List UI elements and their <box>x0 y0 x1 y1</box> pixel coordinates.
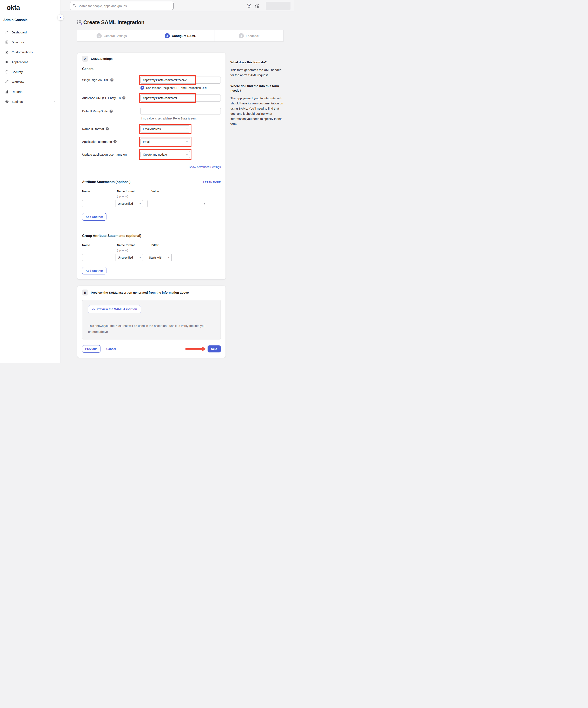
wizard-step-general-settings[interactable]: 1 General Settings <box>77 30 146 41</box>
chevron-down-icon <box>53 60 56 64</box>
attr-name-input[interactable] <box>82 200 116 207</box>
add-another-attr-button[interactable]: Add Another <box>82 213 107 220</box>
help-panel: What does this form do? This form genera… <box>231 60 284 133</box>
okta-logo: okta <box>7 4 57 11</box>
group-attr-heading: Group Attribute Statements (optional) <box>82 234 141 238</box>
sidebar: okta Admin Console Dashboard Directory C… <box>0 0 60 363</box>
page-header: + Create SAML Integration <box>77 19 294 26</box>
name-id-format-select[interactable]: EmailAddress ▾ <box>141 125 190 132</box>
sidebar-item-settings[interactable]: Settings <box>3 96 57 107</box>
attr-statements-heading: Attribute Statements (optional) <box>82 180 130 184</box>
help-tooltip-icon[interactable]: ? <box>122 96 125 99</box>
chevron-down-icon <box>53 100 56 104</box>
chevron-down-icon <box>53 50 56 54</box>
wizard-step-configure-saml[interactable]: 2 Configure SAML <box>146 30 214 41</box>
sidebar-item-applications[interactable]: Applications <box>3 57 57 67</box>
admin-console-title: Admin Console <box>3 18 57 22</box>
topbar: ? <box>60 0 294 12</box>
divider <box>82 174 221 174</box>
learn-more-link[interactable]: LEARN MORE <box>203 181 221 184</box>
sso-url-input[interactable] <box>140 77 221 84</box>
workflow-icon <box>5 80 9 84</box>
help-tooltip-icon[interactable]: ? <box>110 110 113 113</box>
chevron-down-icon <box>53 30 56 34</box>
chevron-down-icon <box>53 80 56 84</box>
sidebar-item-security[interactable]: Security <box>3 67 57 77</box>
help-tooltip-icon[interactable]: ? <box>114 140 117 143</box>
sliders-icon <box>5 50 9 54</box>
search-input[interactable] <box>78 4 171 8</box>
shield-icon <box>5 70 9 74</box>
group-attr-filter-input[interactable] <box>172 254 206 261</box>
annotation-arrow <box>185 347 206 351</box>
bar-chart-icon <box>5 90 9 94</box>
app-switcher-icon[interactable] <box>255 4 259 8</box>
add-another-group-attr-button[interactable]: Add Another <box>82 267 107 274</box>
recipient-url-checkbox[interactable]: ✓ <box>141 86 144 90</box>
preview-assertion-card: B Preview the SAML assertion generated f… <box>77 286 226 358</box>
col-header-filter: Filter <box>151 243 158 252</box>
next-button[interactable]: Next <box>208 346 221 352</box>
update-username-label: Update application username on <box>82 151 141 156</box>
section-a-badge: A <box>82 56 88 62</box>
chevron-down-icon <box>53 70 56 74</box>
sidebar-item-directory[interactable]: Directory <box>3 37 57 47</box>
general-heading: General <box>82 67 221 71</box>
relay-state-input[interactable] <box>140 108 221 115</box>
chevron-down-icon <box>53 90 56 93</box>
group-attr-name-format-select[interactable]: Unspecified ▾ <box>116 254 143 261</box>
sso-url-label: Single sign-on URL ? <box>82 77 140 82</box>
step-number: 3 <box>239 33 244 38</box>
group-attr-name-input[interactable] <box>82 254 116 261</box>
preview-description: This shows you the XML that will be used… <box>82 318 214 339</box>
attr-name-format-select[interactable]: Unspecified ▾ <box>116 200 143 207</box>
name-id-format-label: Name ID format ? <box>82 125 141 130</box>
sidebar-collapse-button[interactable]: ‹ <box>58 14 63 21</box>
preview-saml-assertion-button[interactable]: <> Preview the SAML Assertion <box>88 305 141 313</box>
account-menu-redacted[interactable] <box>266 2 291 10</box>
previous-button[interactable]: Previous <box>82 345 100 353</box>
code-icon: <> <box>92 308 95 311</box>
caret-down-icon: ▾ <box>168 256 169 259</box>
section-b-badge: B <box>82 290 88 295</box>
relay-state-hint: If no value is set, a blank RelayState i… <box>141 117 221 120</box>
help-question-1: What does this form do? <box>231 60 284 65</box>
id-badge-icon <box>5 40 9 44</box>
help-icon[interactable]: ? <box>247 4 251 8</box>
sidebar-item-dashboard[interactable]: Dashboard <box>3 27 57 37</box>
group-attr-filter-select[interactable]: Starts with ▾ <box>147 254 172 261</box>
app-username-select[interactable]: Email ▾ <box>141 138 190 145</box>
group-attr-statement-row: Unspecified ▾ Starts with ▾ <box>82 254 221 261</box>
gear-icon <box>5 100 9 104</box>
audience-uri-input[interactable] <box>140 94 221 101</box>
help-answer-2: The app you're trying to integrate with … <box>231 95 284 126</box>
divider <box>82 228 221 228</box>
col-header-name: Name <box>82 243 117 252</box>
cancel-link[interactable]: Cancel <box>106 347 116 351</box>
help-answer-1: This form generates the XML needed for t… <box>231 67 284 78</box>
step-number: 1 <box>96 33 102 38</box>
sidebar-item-customizations[interactable]: Customizations <box>3 47 57 57</box>
search-icon <box>72 4 76 8</box>
help-question-2: Where do I find the info this form needs… <box>231 84 284 93</box>
caret-down-icon: ▾ <box>140 256 141 259</box>
wizard-step-feedback[interactable]: 3 Feedback <box>214 30 283 41</box>
caret-down-icon: ▾ <box>204 202 205 205</box>
wizard-steps: 1 General Settings 2 Configure SAML 3 Fe… <box>77 30 284 42</box>
help-tooltip-icon[interactable]: ? <box>110 79 114 82</box>
global-search[interactable] <box>70 2 174 10</box>
sidebar-item-reports[interactable]: Reports <box>3 87 57 96</box>
home-icon <box>5 30 9 34</box>
col-header-name-format: Name format (optional) <box>117 189 151 198</box>
apps-icon <box>5 60 9 64</box>
caret-down-icon: ▾ <box>186 128 187 130</box>
show-advanced-settings-link[interactable]: Show Advanced Settings <box>189 165 221 169</box>
help-tooltip-icon[interactable]: ? <box>106 127 109 130</box>
attr-value-input[interactable] <box>147 200 202 207</box>
col-header-name-format: Name format (optional) <box>117 243 151 252</box>
attr-value-dropdown-button[interactable]: ▾ <box>202 200 207 207</box>
update-username-select[interactable]: Create and update ▾ <box>141 151 190 158</box>
add-app-icon: + <box>77 20 82 25</box>
sidebar-item-workflow[interactable]: Workflow <box>3 77 57 87</box>
chevron-down-icon <box>53 40 56 44</box>
